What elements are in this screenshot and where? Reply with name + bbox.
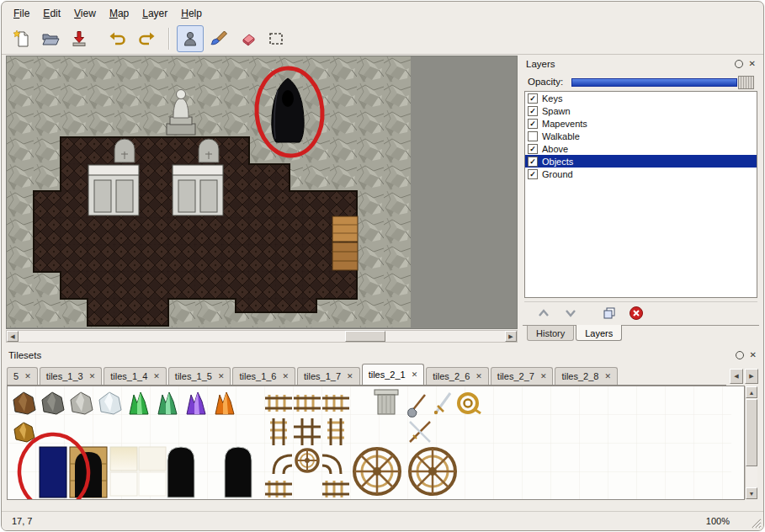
checkbox-checked-icon[interactable]: ✓ — [528, 144, 538, 154]
scroll-up-icon[interactable]: ▲ — [746, 386, 757, 398]
toolbar-separator — [168, 28, 170, 50]
checkbox-checked-icon[interactable]: ✓ — [528, 106, 538, 116]
layers-panel: Layers ✕ Opacity: ✓ Keys ✓ Spawn ✓ — [523, 56, 759, 343]
tab-close-icon[interactable]: ✕ — [475, 372, 482, 380]
tileset-tab[interactable]: tiles_2_7 ✕ — [491, 367, 554, 385]
menu-map[interactable]: Map — [103, 5, 135, 22]
tileset-tab-active[interactable]: tiles_2_1 ✕ — [362, 364, 425, 386]
tilesets-panel-titlebar: Tilesets ✕ — [8, 348, 757, 362]
tab-close-icon[interactable]: ✕ — [347, 372, 353, 380]
marquee-tool-button[interactable] — [263, 25, 290, 52]
move-layer-up-button[interactable] — [534, 305, 553, 322]
tileset-tab[interactable]: tiles_1_6 ✕ — [232, 367, 295, 385]
tab-scroll-right-icon[interactable]: ▶ — [745, 369, 758, 384]
redo-button[interactable] — [133, 25, 160, 52]
save-button[interactable] — [66, 25, 93, 52]
tab-layers[interactable]: Layers — [576, 325, 622, 341]
resize-grip[interactable] — [750, 517, 762, 529]
panel-float-icon[interactable] — [735, 60, 743, 68]
tile-cave-arch[interactable] — [167, 447, 194, 497]
scroll-right-icon[interactable]: ▶ — [505, 331, 517, 342]
tile-pale[interactable] — [139, 447, 166, 471]
tab-history[interactable]: History — [527, 326, 574, 341]
undo-button[interactable] — [104, 25, 131, 52]
move-layer-down-button[interactable] — [561, 305, 580, 322]
tilesets-panel-title: Tilesets — [8, 350, 736, 360]
tileset-tab[interactable]: tiles_2_6 ✕ — [426, 367, 489, 385]
tab-scroll-left-icon[interactable]: ◀ — [730, 369, 743, 384]
tab-close-icon[interactable]: ✕ — [24, 372, 31, 380]
map-hscroll-thumb[interactable] — [345, 331, 385, 342]
tileset-vscrollbar[interactable]: ▲ ▼ — [745, 386, 757, 499]
menu-file[interactable]: File — [7, 5, 36, 22]
map-editor-window: File Edit View Map Layer Help — [1, 1, 764, 531]
stamp-tool-button[interactable] — [177, 25, 204, 52]
tileset-tab[interactable]: tiles_1_7 ✕ — [297, 367, 360, 385]
tileset-tab[interactable]: tiles_1_3 ✕ — [40, 367, 103, 385]
checkbox-unchecked-icon[interactable] — [528, 131, 538, 141]
layer-label: Above — [542, 144, 568, 154]
tile-pale[interactable] — [110, 472, 137, 496]
panel-float-icon[interactable] — [736, 351, 744, 359]
scroll-left-icon[interactable]: ◀ — [7, 331, 19, 342]
delete-layer-button[interactable] — [627, 305, 645, 322]
menu-view[interactable]: View — [67, 5, 103, 22]
panel-close-icon[interactable]: ✕ — [750, 351, 757, 359]
layer-row-keys[interactable]: ✓ Keys — [525, 92, 757, 104]
tile-wheel-large[interactable] — [354, 449, 400, 494]
opacity-slider-handle[interactable] — [738, 76, 754, 89]
layer-row-ground[interactable]: ✓ Ground — [525, 168, 757, 180]
tile-wheel-large[interactable] — [410, 449, 455, 494]
layer-row-walkable[interactable]: Walkable — [525, 130, 757, 142]
layer-list[interactable]: ✓ Keys ✓ Spawn ✓ Mapevents Walkable ✓ Ab… — [524, 91, 757, 298]
tab-close-icon[interactable]: ✕ — [89, 372, 96, 380]
panel-close-icon[interactable]: ✕ — [749, 60, 756, 68]
layer-label: Mapevents — [542, 119, 587, 129]
menu-edit[interactable]: Edit — [36, 5, 67, 22]
checkbox-checked-icon[interactable]: ✓ — [528, 93, 538, 104]
menu-help[interactable]: Help — [174, 5, 209, 22]
tile-wheel-small[interactable] — [296, 450, 318, 471]
tab-close-icon[interactable]: ✕ — [412, 370, 418, 379]
tileset-vscroll-thumb[interactable] — [746, 399, 757, 466]
map-canvas[interactable] — [6, 56, 518, 329]
tileset-tab[interactable]: tiles_1_5 ✕ — [168, 367, 231, 385]
toolbar — [2, 23, 763, 55]
redo-icon — [137, 29, 156, 48]
brush-tool-button[interactable] — [205, 25, 232, 52]
marquee-tool-icon — [267, 29, 285, 48]
checkbox-checked-icon[interactable]: ✓ — [528, 119, 538, 129]
layer-row-mapevents[interactable]: ✓ Mapevents — [525, 117, 757, 130]
tileset-canvas[interactable] — [7, 386, 745, 500]
menu-layer[interactable]: Layer — [135, 5, 174, 22]
layer-row-above[interactable]: ✓ Above — [525, 142, 757, 155]
tab-close-icon[interactable]: ✕ — [540, 372, 547, 380]
layer-row-objects[interactable]: ✓ Objects — [525, 155, 757, 168]
tileset-tab[interactable]: tiles_1_4 ✕ — [104, 367, 167, 385]
checkbox-checked-icon[interactable]: ✓ — [528, 157, 538, 167]
tile-cream[interactable] — [110, 447, 137, 471]
zoom-level: 100% — [706, 516, 730, 526]
tileset-image — [8, 386, 731, 499]
layer-row-spawn[interactable]: ✓ Spawn — [525, 104, 757, 117]
tile-pillar[interactable] — [375, 390, 398, 414]
new-file-button[interactable] — [8, 25, 35, 52]
tile-pale[interactable] — [139, 472, 166, 496]
opacity-slider[interactable] — [571, 76, 754, 88]
tile-navy-selected[interactable] — [40, 447, 66, 497]
scroll-down-icon[interactable]: ▼ — [746, 487, 757, 499]
app-root: File Edit View Map Layer Help — [0, 0, 765, 532]
checkbox-checked-icon[interactable]: ✓ — [528, 169, 538, 179]
tab-close-icon[interactable]: ✕ — [604, 372, 611, 380]
eraser-tool-button[interactable] — [234, 25, 261, 52]
tab-close-icon[interactable]: ✕ — [283, 372, 290, 380]
tab-close-icon[interactable]: ✕ — [153, 372, 160, 380]
duplicate-layer-button[interactable] — [600, 305, 619, 322]
tileset-tab[interactable]: 5 ✕ — [7, 367, 38, 385]
tileset-tab[interactable]: tiles_2_8 ✕ — [555, 367, 618, 385]
map-hscrollbar[interactable]: ◀ ▶ — [6, 330, 518, 343]
tile-cave-arch[interactable] — [225, 447, 252, 497]
move-down-icon — [563, 306, 578, 321]
tab-close-icon[interactable]: ✕ — [218, 372, 225, 380]
open-button[interactable] — [37, 25, 64, 52]
